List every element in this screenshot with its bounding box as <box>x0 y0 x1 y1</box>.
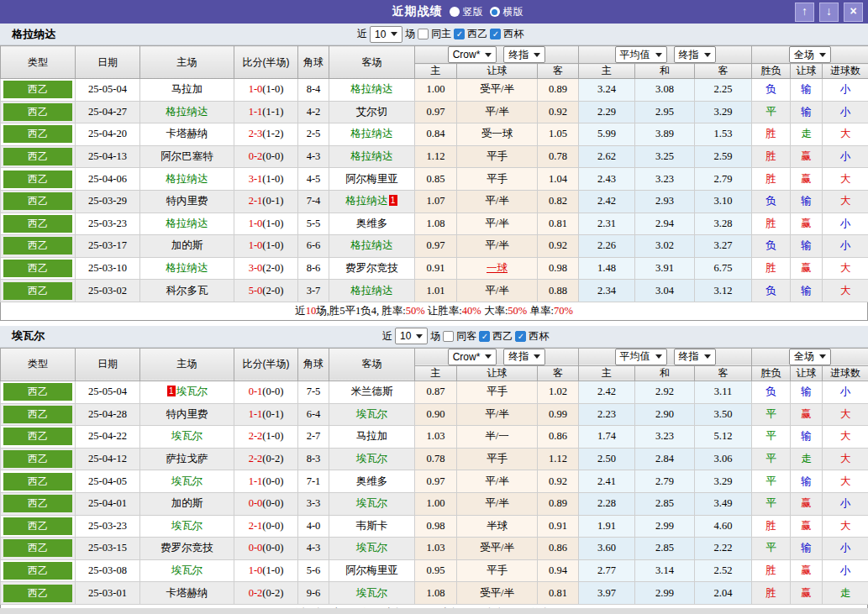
halftime-score: (0-0) <box>262 520 283 532</box>
fulltime-score: 1-0 <box>249 564 263 576</box>
cell-result-wdl: 胜 <box>752 168 791 191</box>
move-up-button[interactable]: ↑ <box>795 3 814 22</box>
cell-result-handicap: 输 <box>791 101 823 123</box>
col-header-result-goals: 进球数 <box>823 64 868 79</box>
cell-score: 2-1(0-1) <box>234 190 298 213</box>
cell-crow-home-odds: 0.97 <box>415 235 457 258</box>
cell-avg-home-odds: 2.34 <box>579 280 635 302</box>
cell-score: 5-0(2-0) <box>234 280 298 302</box>
match-rows: 西乙25-05-041埃瓦尔0-1(0-0)7-5米兰德斯0.87平手1.022… <box>1 380 868 604</box>
cell-corner: 9-6 <box>298 582 329 605</box>
handicap-link[interactable]: 一球 <box>487 262 508 274</box>
cell-crow-away-odds: 0.92 <box>538 101 579 123</box>
cell-crow-home-odds: 0.87 <box>415 380 457 403</box>
same-venue-checkbox[interactable] <box>418 29 429 39</box>
competition-badge: 西乙 <box>3 171 72 188</box>
cell-crow-home-odds: 0.97 <box>415 101 457 123</box>
team-filter-row: 格拉纳达 近 10 场 同主 ✓ 西乙 ✓ 西杯 <box>0 24 868 45</box>
cell-corner: 6-4 <box>298 403 329 426</box>
col-header-type: 类型 <box>1 348 76 380</box>
cell-competition: 西乙 <box>1 257 76 280</box>
cell-result-handicap: 走 <box>791 123 823 146</box>
cell-away-team: 阿尔梅里亚 <box>329 559 415 582</box>
col-header-crow-handicap: 让球 <box>457 64 538 79</box>
match-row: 西乙25-03-17加的斯1-0(1-0)6-6格拉纳达0.97平/半0.922… <box>1 235 868 258</box>
scope-select[interactable]: 全场 <box>789 349 831 365</box>
cell-crow-away-odds: 0.86 <box>538 538 579 560</box>
cell-crow-away-odds: 1.05 <box>538 123 579 146</box>
move-down-button[interactable]: ↓ <box>819 3 839 22</box>
match-row: 西乙25-04-22埃瓦尔2-2(1-0)2-7马拉加1.03半/一0.861.… <box>1 426 868 449</box>
cell-avg-home-odds: 2.23 <box>579 403 635 426</box>
cell-result-handicap: 输 <box>791 426 823 449</box>
match-row: 西乙25-04-01加的斯0-0(0-0)3-3埃瓦尔1.00平/半0.892.… <box>1 492 868 515</box>
cell-home-team: 卡塔赫纳 <box>140 582 234 605</box>
team-name: 格拉纳达 <box>12 27 55 42</box>
cell-crow-handicap: 平/半 <box>457 470 538 493</box>
cup-checkbox[interactable]: ✓ <box>490 29 501 39</box>
radio-vertical-icon[interactable] <box>450 7 460 17</box>
fulltime-score: 5-0 <box>249 285 263 297</box>
league-checkbox[interactable]: ✓ <box>454 29 465 39</box>
match-filter: 近 10 场 同主 ✓ 西乙 ✓ 西杯 <box>357 24 523 45</box>
odds-stage-select[interactable]: 终指 <box>503 349 545 365</box>
league-checkbox[interactable]: ✓ <box>479 331 490 342</box>
competition-badge: 西乙 <box>3 383 72 401</box>
same-venue-checkbox[interactable] <box>443 331 454 342</box>
chevron-down-icon <box>655 354 662 359</box>
cell-crow-home-odds: 1.03 <box>415 538 457 560</box>
cell-crow-handicap: 平/半 <box>457 213 538 235</box>
cell-competition: 西乙 <box>1 123 76 146</box>
cell-date: 25-03-23 <box>76 515 140 538</box>
cell-date: 25-03-10 <box>76 257 140 280</box>
layout-vertical-option[interactable]: 竖版 <box>450 5 483 19</box>
cell-avg-away-odds: 3.28 <box>695 213 752 235</box>
col-header-avg-draw: 和 <box>635 365 695 380</box>
horizontal-scrollbar[interactable] <box>0 608 868 614</box>
average-select[interactable]: 平均值 <box>615 46 667 63</box>
odds-stage-select-2[interactable]: 终指 <box>674 46 716 63</box>
match-count-select[interactable]: 10 <box>395 328 428 344</box>
col-header-avg-away: 客 <box>695 365 752 380</box>
cell-avg-home-odds: 2.42 <box>579 190 635 213</box>
average-select[interactable]: 平均值 <box>615 349 667 365</box>
cell-home-team: 萨拉戈萨 <box>140 448 234 470</box>
cell-avg-home-odds: 3.24 <box>579 79 635 102</box>
halftime-score: (0-0) <box>262 542 283 554</box>
summary-segment: 50% <box>406 305 425 317</box>
cell-result-wdl: 负 <box>752 380 791 403</box>
cell-score: 0-2(0-2) <box>234 582 298 605</box>
cell-crow-away-odds: 0.92 <box>538 235 579 258</box>
close-button[interactable]: × <box>844 3 863 22</box>
bookmaker-select[interactable]: Crow* <box>448 46 497 63</box>
odds-stage-select-2[interactable]: 终指 <box>674 349 716 365</box>
fulltime-score: 2-1 <box>249 195 263 207</box>
fulltime-score: 1-0 <box>249 218 263 229</box>
cell-avg-draw-odds: 3.23 <box>635 168 695 191</box>
radio-vertical-label[interactable]: 竖版 <box>463 5 483 19</box>
halftime-score: (1-2) <box>262 128 283 139</box>
cell-home-team: 埃瓦尔 <box>140 426 234 449</box>
match-count-select[interactable]: 10 <box>370 26 402 43</box>
cell-avg-away-odds: 1.53 <box>695 123 752 146</box>
scope-select[interactable]: 全场 <box>789 46 831 63</box>
cell-score: 1-0(1-0) <box>234 559 298 582</box>
crow-group-header: Crow* 终指 <box>415 46 579 64</box>
chevron-down-icon <box>534 354 540 359</box>
cup-checkbox[interactable]: ✓ <box>515 331 526 342</box>
radio-horizontal-label[interactable]: 横版 <box>503 5 523 19</box>
cell-crow-away-odds: 0.78 <box>538 145 579 168</box>
bookmaker-select[interactable]: Crow* <box>448 349 497 365</box>
cell-crow-handicap: 平/半 <box>457 101 538 123</box>
cell-competition: 西乙 <box>1 213 76 235</box>
cell-result-goals: 大 <box>823 448 868 470</box>
summary-segment: 让胜率: <box>425 305 462 317</box>
layout-horizontal-option[interactable]: 横版 <box>490 5 523 19</box>
cell-away-team: 埃瓦尔 <box>329 492 415 515</box>
cell-away-team: 格拉纳达 <box>329 145 415 168</box>
cell-avg-draw-odds: 2.95 <box>635 101 695 123</box>
cell-result-handicap: 输 <box>791 280 823 302</box>
radio-horizontal-icon[interactable] <box>490 7 500 17</box>
odds-stage-select[interactable]: 终指 <box>503 46 545 63</box>
cell-result-wdl: 负 <box>752 79 791 102</box>
